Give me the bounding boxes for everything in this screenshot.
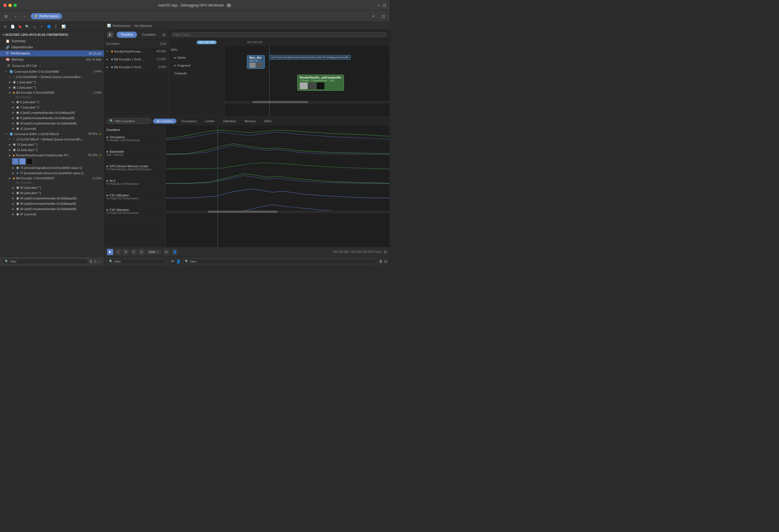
tree-item-13[interactable]: ▶ ▣ 13 [setLabel:""]: [0, 142, 104, 147]
delete-filter-icon[interactable]: 🗑: [379, 259, 382, 263]
counter-f16[interactable]: ▶ F16 Utilization % Peak F16 Performance: [104, 206, 166, 221]
sidebar-icon-7[interactable]: 🔵: [46, 23, 52, 29]
tree-item-blit0[interactable]: ▶ ■ Blit Encoder 0 0x15cb66080 5.44%: [0, 90, 104, 95]
tree-item-86[interactable]: ▶ ▣ 86 [addCompletedHandler:0x16dbba9d8]: [0, 206, 104, 212]
timeline-tab[interactable]: Timeline: [117, 32, 137, 38]
expand-icon[interactable]: ⊡: [383, 3, 386, 8]
tree-item-77[interactable]: ▶ ◈ 77 [encodeWaitForEvent:0x15cd4f2b0 v…: [0, 170, 104, 176]
counter-bandwidth[interactable]: ▶ Bandwidth GiB / Second: [104, 148, 166, 163]
counters-tab[interactable]: Counters: [138, 32, 160, 38]
tree-item-12[interactable]: ▾ ◇ 12 0x15b7b8cc0 = [Default Queue comm…: [0, 136, 104, 142]
sidebar-icon-9[interactable]: 📊: [60, 23, 67, 29]
sidebar-item-summary[interactable]: 📋 Summary: [0, 38, 104, 44]
track-label-vertex[interactable]: ▶ Vertex: [169, 54, 224, 62]
expand-view-icon[interactable]: ⊡: [379, 12, 387, 20]
sidebar-icon-3[interactable]: 🔖: [17, 23, 23, 29]
sidebar-filter[interactable]: 🔍 Filter: [2, 259, 88, 264]
sidebar-icon-6[interactable]: ✧: [39, 23, 45, 29]
bottom-filter-right[interactable]: 🔍 Filter: [182, 259, 377, 264]
warn-filter-icon[interactable]: ⚠: [94, 259, 97, 263]
eye-filter-icon[interactable]: 👁: [171, 259, 175, 263]
maximize-button[interactable]: [13, 4, 17, 7]
eye-btn[interactable]: 👁: [163, 249, 170, 255]
grid-icon[interactable]: ⊞: [2, 12, 10, 20]
tree-item-87[interactable]: ▶ ▣ 87 [commit]: [0, 212, 104, 217]
tree-item-10[interactable]: ▶ ▣ 10 [addCompletedHandler:0x16dbba9d8]: [0, 121, 104, 126]
tree-item-85[interactable]: ▶ ▣ 85 [addScheduledHandler:0x16dbbaa08]: [0, 201, 104, 206]
sidebar-item-dependencies[interactable]: 🔗 Dependencies: [0, 44, 104, 50]
list-icon[interactable]: ≡: [369, 12, 377, 20]
minimize-button[interactable]: [8, 4, 12, 7]
play-btn[interactable]: ▶: [107, 249, 113, 255]
nav-forward-icon[interactable]: ›: [21, 12, 29, 20]
counters-filter-input[interactable]: 🔍 Filter Counters: [107, 118, 151, 124]
counter-gpu-memory[interactable]: ▶ GPU Device Memory Limiter % Peak Memor…: [104, 163, 166, 177]
track-label-fragment[interactable]: ▶ Fragment: [169, 62, 224, 69]
sort-icon[interactable]: ⇅: [89, 259, 93, 263]
tab-utilization[interactable]: Utilization: [220, 119, 240, 124]
breadcrumb-performance[interactable]: Performance: [113, 24, 130, 27]
sidebar-toggle[interactable]: ◧: [107, 32, 113, 38]
rect-btn[interactable]: ◻: [115, 249, 121, 255]
close-button[interactable]: [3, 4, 7, 7]
eye2-btn[interactable]: 👤: [172, 249, 178, 255]
tab-memory[interactable]: Memory: [241, 119, 259, 124]
track-label-compute[interactable]: Compute: [169, 69, 224, 77]
add-icon[interactable]: +: [378, 3, 380, 8]
tree-item-cb1[interactable]: ▾ ⬤ Command Buffer 1 0x15b7b8cc0 94.55% …: [0, 131, 104, 136]
tree-item-rp[interactable]: ▶ ■ RenderPassForward-PassEncoder RT:...…: [0, 153, 104, 158]
sidebar-icon-4[interactable]: 🔍: [24, 23, 30, 29]
tree-item-9[interactable]: ▶ ▣ 9 [addScheduledHandler:0x16dbbaa08]: [0, 115, 104, 121]
sidebar-item-performance[interactable]: ⏱ Performance 87.24 µS: [0, 50, 104, 57]
person-filter-icon[interactable]: 👤: [176, 259, 181, 263]
tree-item-84[interactable]: ▶ ▣ 84 [addCompletedHandler:0x16dbbaa28]: [0, 195, 104, 201]
auto-select[interactable]: Auto ⌄: [147, 249, 161, 254]
tree-item-6[interactable]: ▶ ▣ 6 [setLabel:""]: [0, 99, 104, 105]
options-icon[interactable]: ⋯: [98, 259, 102, 263]
tree-item-76[interactable]: ▶ ▣ 76 [encodeSignalEvent:0x15cd4f2b0 va…: [0, 165, 104, 170]
sidebar-icon-1[interactable]: ⊡: [2, 23, 8, 29]
tree-item-82[interactable]: ▶ ▣ 82 [setLabel:""]: [0, 185, 104, 190]
gear-btn[interactable]: ⚙: [123, 249, 129, 255]
tab-limiter[interactable]: Limiter: [202, 119, 218, 124]
tree-item-7[interactable]: ▶ ▣ 7 [setLabel:""]: [0, 105, 104, 110]
stop-btn[interactable]: ⊘: [138, 249, 144, 255]
tree-item-1[interactable]: ▶ ▣ 1 [setLabel:""]: [0, 79, 104, 85]
bottom-filter-left[interactable]: 🔍 Filter: [107, 259, 166, 264]
sidebar-icon-2[interactable]: 📄: [9, 23, 16, 29]
encoder-item-blit0[interactable]: ▶ ■ Blit Encoder 0 0x15... 5.44%: [104, 63, 168, 71]
split-icon[interactable]: ⊡: [384, 259, 387, 263]
sidebar-icon-8[interactable]: ⎡: [53, 23, 59, 29]
track-label-gpu[interactable]: GPU: [169, 46, 224, 54]
tab-occupancy[interactable]: Occupancy: [178, 119, 200, 124]
tree-item-14[interactable]: ▶ ▣ 14 [setLabel:""]: [0, 147, 104, 153]
counter-occupancy[interactable]: ▶ Occupancy % Shader Core Resources: [104, 134, 166, 148]
blit1-label: Blit Encoder 1 0x15cb55820: [16, 176, 91, 180]
item87-expand: ▶: [12, 213, 15, 216]
counter-alu[interactable]: ▶ ALU % Peak ALU Performance: [104, 177, 166, 192]
timeline-h-scrollbar[interactable]: [225, 101, 390, 103]
tree-item-blit1[interactable]: ▶ ■ Blit Encoder 1 0x15cb55820 11.22%: [0, 176, 104, 181]
counter-f32[interactable]: ▶ F32 Utilization % Peak F32 Performance: [104, 192, 166, 206]
fullscreen-tab-icon[interactable]: ⊡: [162, 33, 166, 37]
tab-other[interactable]: Other: [260, 119, 275, 124]
encoder-item-rp[interactable]: ▾ ■ RenderPassForwar... 83.33%: [104, 48, 168, 55]
performance-tab[interactable]: Performance: [31, 13, 62, 19]
timeline-expand-btn[interactable]: ⊡: [384, 250, 387, 254]
nav-back-icon[interactable]: ‹: [12, 12, 19, 20]
tree-item-11[interactable]: ▶ ▣ 11 [commit]: [0, 126, 104, 131]
tree-item-8[interactable]: ▶ ▣ 8 [addCompletedHandler:0x16dbbaa28]: [0, 110, 104, 115]
group-by-select[interactable]: ☰ Group by API Call ⌄: [0, 63, 104, 68]
tree-item-0[interactable]: ▾ ◇ 0 0x15cb34880 = [Default Queue comma…: [0, 74, 104, 79]
tree-item-cb0[interactable]: ▾ ⬤ Command Buffer 0 0x15cb34880 5.44%: [0, 69, 104, 74]
counters-h-scrollbar[interactable]: [166, 211, 390, 213]
tree-item-2[interactable]: ▶ ▣ 2 [setLabel:""]: [0, 85, 104, 90]
tree-item-83[interactable]: ▶ ▣ 83 [setLabel:""]: [0, 190, 104, 195]
tab-all-counters[interactable]: All Counters: [153, 119, 176, 124]
item87-label: 87 [commit]: [20, 213, 102, 216]
sidebar-item-memory[interactable]: 🧠 Memory 368.76 MiB: [0, 57, 104, 63]
track-filter-input[interactable]: [171, 32, 387, 37]
sidebar-icon-5[interactable]: △: [31, 23, 38, 29]
encoder-item-blit1[interactable]: ▶ ■ Blit Encoder 1 0x15... 11.22%: [104, 55, 168, 63]
refresh-btn[interactable]: ↻: [131, 249, 137, 255]
